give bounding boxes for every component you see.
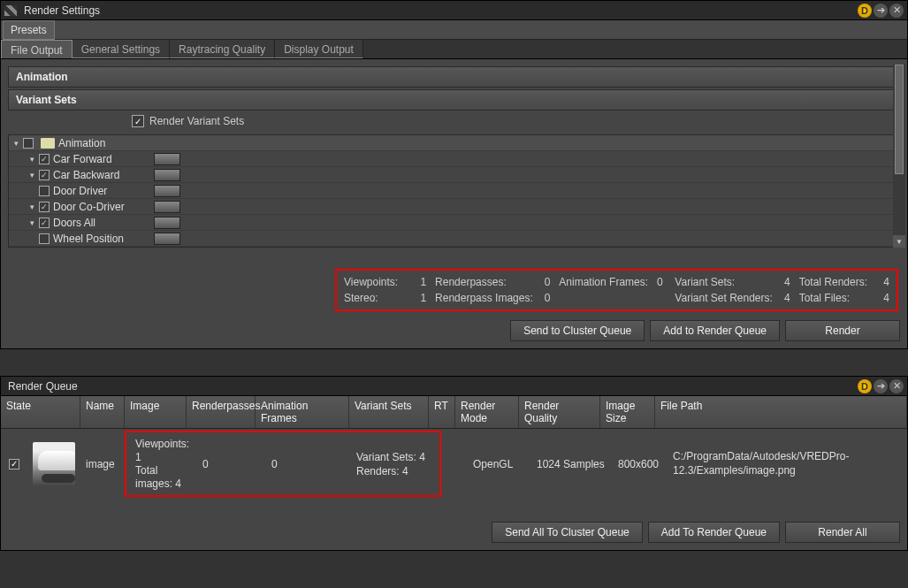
add-render-queue-button[interactable]: Add to Render Queue — [650, 320, 780, 341]
tree-item[interactable]: ▾ ✓ Doors All — [9, 215, 899, 231]
root-checkbox[interactable] — [23, 138, 34, 149]
tree-item[interactable]: ▾ ✓ Car Backward — [9, 167, 899, 183]
tab-display-output[interactable]: Display Output — [275, 40, 363, 58]
animation-frames-value: 0 — [657, 276, 663, 288]
viewpoints-value: 1 — [420, 276, 426, 288]
window-title: Render Settings — [20, 4, 858, 17]
expand-icon[interactable]: ▾ — [30, 202, 39, 211]
content-area: Animation Variant Sets ✓ Render Variant … — [1, 59, 907, 253]
send-cluster-button[interactable]: Send to Cluster Queue — [510, 320, 645, 341]
d-badge-icon[interactable]: D — [858, 379, 872, 393]
rt-checkbox[interactable] — [446, 459, 457, 470]
expand-icon[interactable]: ▾ — [30, 218, 39, 227]
col-state[interactable]: State — [1, 396, 80, 428]
stereo-value: 1 — [420, 292, 426, 304]
col-name[interactable]: Name — [80, 396, 125, 428]
thumbnail — [33, 442, 75, 486]
total-files-value: 4 — [883, 292, 889, 304]
tree-item[interactable]: ▾ ✓ Car Forward — [9, 151, 899, 167]
viewpoints-label: Viewpoints: — [344, 276, 398, 288]
section-variant-sets[interactable]: Variant Sets — [8, 89, 900, 111]
arrow-right-icon[interactable]: ➔ — [874, 4, 888, 18]
renderpass-images-value: 0 — [545, 292, 551, 304]
d-badge-icon[interactable]: D — [858, 4, 872, 18]
folder-icon — [41, 138, 55, 149]
col-file-path[interactable]: File Path — [655, 396, 907, 428]
renderpasses-label: Renderpasses: — [435, 276, 507, 288]
variant-sets-value: 4 — [784, 276, 790, 288]
variant-sets-label: Variant Sets: — [675, 276, 735, 288]
titlebar[interactable]: Render Settings D ➔ ✕ — [1, 1, 907, 20]
queue-row[interactable]: ✓ image Viewpoints: 1 Total images: 4 0 … — [1, 429, 907, 499]
expand-icon[interactable]: ▾ — [30, 155, 39, 164]
tree-item[interactable]: Wheel Position — [9, 231, 899, 247]
item-checkbox[interactable]: ✓ — [39, 154, 50, 164]
item-checkbox[interactable]: ✓ — [39, 218, 50, 228]
vp-value: 1 — [135, 451, 141, 463]
titlebar[interactable]: Render Queue D ➔ ✕ — [1, 377, 907, 396]
queue-columns: State Name Image Renderpasses Animation … — [1, 396, 907, 429]
animation-frames-label: Animation Frames: — [559, 276, 648, 288]
tab-file-output[interactable]: File Output — [1, 40, 72, 58]
stereo-label: Stereo: — [344, 292, 378, 304]
col-renderpasses[interactable]: Renderpasses — [187, 396, 256, 428]
send-all-cluster-button[interactable]: Send All To Cluster Queue — [492, 522, 643, 543]
expand-icon[interactable]: ▾ — [14, 139, 23, 148]
tab-raytracing-quality[interactable]: Raytracing Quality — [170, 40, 275, 58]
col-animation-frames[interactable]: Animation Frames — [256, 396, 349, 428]
thumbnail-icon — [154, 185, 180, 197]
queue-button-row: Send All To Cluster Queue Add To Render … — [1, 516, 907, 550]
vertical-scrollbar[interactable]: ▼ — [893, 65, 905, 248]
stats-bar: Viewpoints:1 Stereo:1 Renderpasses:0 Ren… — [335, 269, 898, 311]
scroll-down-icon[interactable]: ▼ — [893, 235, 905, 248]
render-variant-sets-checkbox[interactable]: ✓ — [132, 115, 144, 127]
col-render-mode[interactable]: Render Mode — [455, 396, 519, 428]
render-settings-panel: Render Settings D ➔ ✕ Presets File Outpu… — [0, 0, 908, 349]
close-icon[interactable]: ✕ — [889, 4, 904, 18]
tree-root-label: Animation — [58, 137, 899, 149]
tree-item[interactable]: ▾ ✓ Door Co-Driver — [9, 199, 899, 215]
close-icon[interactable]: ✕ — [889, 379, 904, 393]
row-render-quality: 1024 Samples — [531, 454, 613, 474]
tree-root-row[interactable]: ▾ Animation — [9, 135, 899, 151]
row-vs-value: 4 — [419, 451, 425, 463]
render-all-button[interactable]: Render All — [785, 522, 900, 543]
tree-item[interactable]: Door Driver — [9, 183, 899, 199]
clapper-icon — [4, 5, 17, 16]
render-button[interactable]: Render — [785, 320, 900, 341]
item-checkbox[interactable]: ✓ — [39, 202, 50, 212]
col-variant-sets[interactable]: Variant Sets — [349, 396, 429, 428]
thumbnail-icon — [154, 217, 180, 229]
queue-stats-highlight: Viewpoints: 1 Total images: 4 0 0 Varian… — [125, 431, 441, 497]
arrow-right-icon[interactable]: ➔ — [874, 379, 888, 393]
col-image-size[interactable]: Image Size — [600, 396, 655, 428]
row-renders-value: 4 — [402, 465, 408, 477]
item-checkbox[interactable] — [39, 186, 50, 196]
menubar: Presets — [1, 20, 907, 40]
row-image-size: 800x600 — [613, 454, 668, 474]
item-checkbox[interactable]: ✓ — [39, 170, 50, 180]
item-checkbox[interactable] — [39, 233, 50, 244]
row-name: image — [80, 454, 125, 474]
renderpasses-value: 0 — [545, 276, 551, 288]
add-to-render-queue-button[interactable]: Add To Render Queue — [648, 522, 780, 543]
scroll-thumb[interactable] — [895, 65, 904, 174]
row-renders-label: Renders: — [356, 465, 400, 477]
col-image[interactable]: Image — [125, 396, 187, 428]
col-rt[interactable]: RT — [429, 396, 455, 428]
row-checkbox[interactable]: ✓ — [9, 459, 19, 470]
item-label: Door Driver — [53, 185, 150, 197]
row-vs-label: Variant Sets: — [356, 451, 416, 463]
col-render-quality[interactable]: Render Quality — [519, 396, 600, 428]
item-label: Door Co-Driver — [53, 201, 150, 213]
variant-tree: ▾ Animation ▾ ✓ Car Forward ▾ ✓ Car Back… — [8, 134, 900, 248]
section-animation[interactable]: Animation — [8, 66, 900, 88]
row-file-path: C:/ProgramData/Autodesk/VREDPro-12.3/Exa… — [668, 447, 907, 481]
tab-general-settings[interactable]: General Settings — [72, 40, 170, 58]
row-render-mode: OpenGL — [468, 454, 531, 474]
item-label: Doors All — [53, 217, 150, 229]
expand-icon[interactable]: ▾ — [30, 171, 39, 179]
thumbnail-icon — [154, 169, 180, 181]
menu-presets[interactable]: Presets — [3, 20, 55, 40]
total-renders-value: 4 — [883, 276, 889, 288]
